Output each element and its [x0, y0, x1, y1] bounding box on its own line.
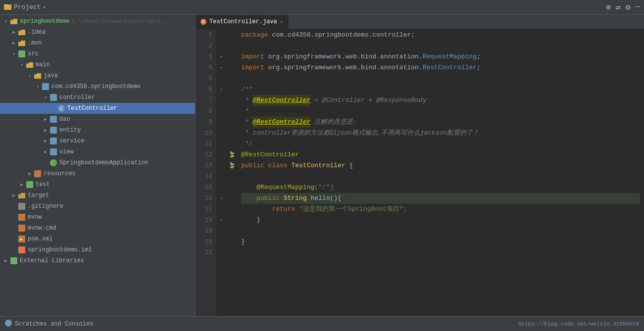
- code-line-14: [241, 171, 640, 182]
- code-line-4: import org.springframework.web.bind.anno…: [241, 62, 640, 73]
- gutter-fold-6[interactable]: −: [216, 84, 226, 95]
- tree-item-controller[interactable]: ▾ controller: [0, 92, 195, 103]
- sg-3: [226, 51, 237, 62]
- code-line-6: /**: [241, 84, 640, 95]
- code-line-16: public String hello(){: [241, 193, 640, 204]
- tree-item-application[interactable]: 🌿 SpringbootdemoApplication: [0, 157, 195, 168]
- tree-label-target: target: [28, 192, 49, 199]
- tree-item-main[interactable]: ▾ main: [0, 59, 195, 70]
- entity-icon: [50, 126, 57, 134]
- tree-item-view[interactable]: ▶ view: [0, 146, 195, 157]
- sg-15: [226, 182, 237, 193]
- sg-20: [226, 236, 237, 247]
- tree-item-service[interactable]: ▶ service: [0, 136, 195, 146]
- svg-rect-7: [50, 116, 57, 123]
- sg-13[interactable]: 🍃: [226, 160, 237, 171]
- gutter-19: [216, 226, 226, 236]
- tree-item-resources[interactable]: ▶ resources: [0, 168, 195, 179]
- gutter-10: [216, 128, 226, 139]
- sg-6: [226, 84, 237, 95]
- view-icon: [50, 148, 57, 156]
- sg-8: [226, 106, 237, 117]
- tree-item-idea[interactable]: ▶ .idea: [0, 27, 195, 38]
- controller-icon: [50, 94, 57, 101]
- tree-item-springbootdemo[interactable]: ▾ springbootdemo E:\ideaU\javaworkspace\…: [0, 16, 195, 27]
- arrow-test: ▶: [18, 182, 26, 188]
- code-line-13: public class TestController {: [241, 160, 640, 171]
- sg-17: [226, 204, 237, 215]
- extlibs-icon: [10, 257, 18, 265]
- arrow-mvn: ▶: [10, 40, 18, 46]
- sg-5: [226, 73, 237, 84]
- sg-4: [226, 62, 237, 73]
- gutter-12: [216, 149, 226, 160]
- code-line-11: */: [241, 139, 640, 149]
- gutter-fold-16[interactable]: −: [216, 193, 226, 204]
- arrow-idea: ▶: [10, 29, 18, 35]
- tree-item-entity[interactable]: ▶ entity: [0, 125, 195, 136]
- tree-label-entity: entity: [59, 127, 81, 134]
- gutter-fold-3[interactable]: −: [216, 51, 226, 62]
- gutter-9: [216, 117, 226, 128]
- sg-11: [226, 139, 237, 149]
- tab-testcontroller[interactable]: C TestController.java ✕: [196, 15, 289, 29]
- code-container[interactable]: 1 2 3 4 5 6 7 8 9 10 11 12 13 14 15 16 1…: [196, 30, 644, 316]
- gutter-8: [216, 106, 226, 117]
- tree-item-pom-xml[interactable]: m pom.xml: [0, 234, 195, 244]
- tree-item-testcontroller[interactable]: C TestController: [0, 103, 195, 114]
- title-bar: Project ▾ ⊕ ⇄ ⚙ —: [0, 0, 644, 15]
- folder-icon-idea: [18, 28, 26, 36]
- project-tree: ▾ springbootdemo E:\ideaU\javaworkspace\…: [0, 15, 195, 316]
- gutter-17: [216, 204, 226, 215]
- sg-2: [226, 41, 237, 51]
- tree-item-gitignore[interactable]: .gitignore: [0, 201, 195, 212]
- gutter-fold-18[interactable]: −: [216, 215, 226, 226]
- tree-label-service: service: [59, 138, 84, 144]
- sg-12[interactable]: 🍃: [226, 149, 237, 160]
- tree-item-iml[interactable]: springbootdemo.iml: [0, 244, 195, 255]
- tab-close-testcontroller[interactable]: ✕: [280, 19, 283, 25]
- project-menu[interactable]: Project ▾: [4, 2, 46, 12]
- tree-label-resources: resources: [44, 170, 76, 177]
- tree-item-dao[interactable]: ▶ dao: [0, 114, 195, 125]
- tree-label-dao: dao: [59, 116, 70, 123]
- tree-label-mvn: .mvn: [28, 40, 42, 47]
- svg-rect-17: [18, 225, 25, 232]
- gutter-20: [216, 236, 226, 247]
- tree-item-java[interactable]: ▾ java: [0, 70, 195, 81]
- tree-item-package[interactable]: ▾ com.cd4356.springbootdemo: [0, 81, 195, 92]
- bottom-scratches-label[interactable]: Scratches and Consoles: [15, 321, 93, 328]
- settings-icon[interactable]: ⚙: [626, 2, 631, 12]
- bottom-bar: Scratches and Consoles https://blog.csdn…: [0, 316, 644, 331]
- tree-item-mvn[interactable]: ▶ .mvn: [0, 38, 195, 48]
- tree-item-test[interactable]: ▶ test: [0, 179, 195, 190]
- arrow-service: ▶: [42, 138, 50, 144]
- add-icon[interactable]: ⊕: [606, 2, 611, 12]
- tree-item-src[interactable]: ▾ src: [0, 48, 195, 59]
- svg-point-22: [5, 320, 12, 327]
- spring-gutter: 🍃 🍃: [226, 30, 237, 316]
- tab-java-icon: C: [200, 19, 206, 25]
- tree-item-mvnw-cmd[interactable]: mvnw.cmd: [0, 223, 195, 234]
- code-line-1: package com.cd4356.springbootdemo.contro…: [241, 30, 640, 41]
- tree-item-mvnw[interactable]: mvnw: [0, 212, 195, 223]
- tree-label-mvnw: mvnw: [28, 214, 42, 221]
- tree-label-gitignore: .gitignore: [28, 203, 63, 210]
- minimize-icon[interactable]: —: [635, 2, 640, 12]
- tree-item-ext-libs[interactable]: ▶ External Libraries: [0, 255, 195, 266]
- tree-item-target[interactable]: ▶ target: [0, 190, 195, 201]
- bottom-scratches-icon: [5, 320, 12, 329]
- folder-icon-main: [26, 61, 34, 69]
- mvnw-cmd-icon: [18, 224, 26, 232]
- svg-rect-8: [50, 127, 57, 134]
- sg-10: [226, 128, 237, 139]
- svg-rect-13: [34, 170, 41, 177]
- sync-icon[interactable]: ⇄: [616, 2, 621, 12]
- code-line-18: }: [241, 215, 640, 226]
- bottom-bar-right: https://blog.csdn.net/weixin_42950079: [518, 321, 639, 327]
- bottom-bar-left: Scratches and Consoles: [5, 320, 93, 329]
- svg-rect-1: [4, 4, 7, 6]
- gutter-13: [216, 160, 226, 171]
- gutter-fold-4[interactable]: −: [216, 62, 226, 73]
- java-file-icon: C: [57, 104, 65, 112]
